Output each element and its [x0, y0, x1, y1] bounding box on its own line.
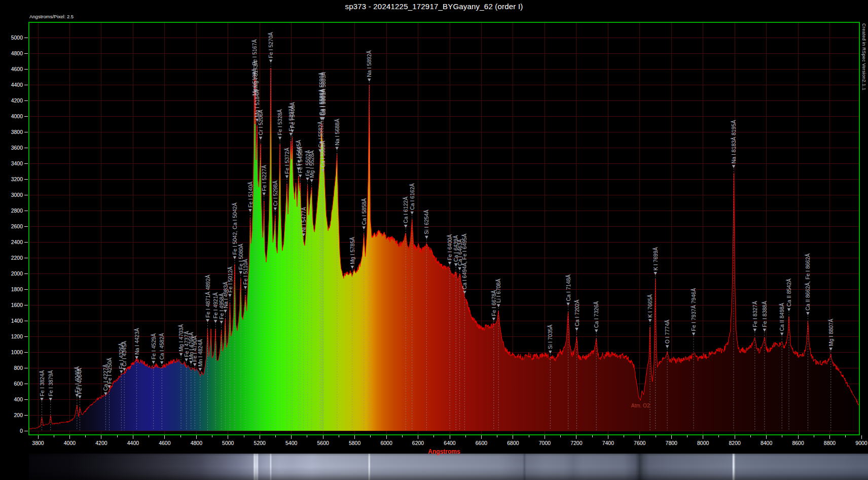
x-tick-label: 7600 — [634, 440, 646, 446]
y-tick-label: 800 — [14, 365, 23, 371]
spectral-line-label: O I 7774Å — [664, 320, 670, 344]
spectral-line-label: Mg I 5785Å — [349, 237, 355, 264]
y-tick-label: 2800 — [11, 208, 23, 214]
x-tick-label: 6200 — [412, 440, 424, 446]
spectral-line-label: Mg I 5173Å — [252, 61, 259, 88]
y-tick-label: 600 — [14, 381, 23, 387]
line-marker-arrow-icon — [763, 329, 766, 332]
line-marker-arrow-icon — [448, 262, 451, 265]
spectral-line-label: Cr I 5298Å — [272, 181, 278, 206]
x-tick-label: 4800 — [191, 440, 203, 446]
spectral-line-label: Fe I 3824Å — [39, 370, 45, 396]
spectral-line-label: Ca I 7202Å — [574, 300, 580, 327]
x-tick-label: 9000 — [855, 440, 867, 446]
spectral-line-label: Fe I 5406Å — [290, 102, 296, 128]
spectral-line-label: Ca I 7148Å — [565, 275, 571, 301]
y-tick-label: 4400 — [11, 82, 23, 88]
y-tick-label: 2200 — [11, 255, 23, 261]
y-tick-label: 3600 — [11, 145, 23, 151]
x-tick-label: 4400 — [127, 440, 139, 446]
spectral-line-label: Fe I 4529Å — [151, 333, 157, 359]
spectral-line-label: Na I 4423Å — [134, 328, 140, 355]
x-tick-label: 6000 — [380, 440, 392, 446]
x-tick-label: 4000 — [64, 440, 76, 446]
spectral-line-label: Fe I 6400Å — [447, 234, 453, 260]
x-tick-label: 5600 — [317, 440, 329, 446]
spectral-line-label: Fe I 5012Å — [227, 266, 233, 292]
spectral-line-label: Ca I 6494Å, Fe I 6495Å — [461, 234, 467, 290]
x-tick-label: 5000 — [222, 440, 234, 446]
x-tick-label: 5800 — [349, 440, 361, 446]
spectral-line-label: Mg I 5528Å — [309, 150, 315, 178]
spectral-line-label: Fe I 5110Å — [242, 259, 248, 285]
x-tick-label: 7800 — [666, 440, 678, 446]
line-marker-arrow-icon — [278, 137, 281, 140]
line-marker-arrow-icon — [666, 345, 669, 348]
line-marker-arrow-icon — [368, 79, 371, 82]
line-marker-arrow-icon — [244, 286, 247, 289]
line-marker-arrow-icon — [566, 303, 569, 306]
spectrum-plot[interactable]: Fe I 3824ÅFe I 3879ÅFe I 4046ÅFe I 4064Å… — [0, 0, 868, 480]
spectral-line-label: Na I 5892Å — [366, 50, 372, 77]
line-marker-arrow-icon — [179, 353, 183, 356]
line-marker-arrow-icon — [458, 267, 461, 270]
line-marker-arrow-icon — [120, 370, 123, 373]
spectral-line-label: Mn I 4824Å — [197, 339, 203, 366]
line-marker-arrow-icon — [123, 368, 126, 371]
x-tick-label: 7400 — [602, 440, 614, 446]
line-marker-arrow-icon — [193, 363, 196, 366]
x-axis-title: Angstroms — [29, 448, 859, 455]
line-marker-arrow-icon — [78, 396, 81, 399]
y-tick-label: 400 — [14, 396, 23, 402]
line-marker-arrow-icon — [228, 294, 231, 297]
x-axis: 3800400042004400460048005000520054005600… — [32, 435, 867, 446]
spectrum-strip-shading — [29, 454, 868, 480]
spectral-line-label: Fe I 5270Å — [268, 32, 274, 58]
rspec-window: sp373 - 20241225_172917_BYGayany_62 (ord… — [0, 0, 868, 480]
line-marker-arrow-icon — [263, 193, 266, 196]
line-marker-arrow-icon — [160, 361, 163, 364]
spectral-line-label: Cr I 5206Å — [258, 110, 264, 135]
spectral-line-label: Fe I 4250Å — [106, 358, 113, 384]
line-marker-arrow-icon — [214, 320, 217, 323]
line-marker-arrow-icon — [363, 226, 366, 229]
y-tick-label: 3400 — [11, 160, 23, 166]
x-tick-label: 8600 — [792, 440, 804, 446]
y-tick-label: 5000 — [11, 35, 23, 41]
line-marker-arrow-icon — [199, 368, 202, 371]
y-tick-label: 1800 — [11, 286, 23, 292]
y-tick-label: 4200 — [11, 97, 23, 104]
spectral-line-label: Fe I 8327Å — [752, 301, 758, 327]
x-tick-label: 6400 — [444, 440, 456, 446]
line-marker-arrow-icon — [692, 333, 695, 336]
y-tick-label: 2600 — [11, 223, 23, 229]
line-marker-arrow-icon — [351, 266, 354, 269]
spectral-line-label: Fe I 4871Å 4892Å — [205, 275, 211, 318]
line-marker-arrow-icon — [753, 329, 756, 332]
spectral-line-label: Ca II 8542Å — [786, 279, 792, 306]
spectral-line-label: Ni I 5477Å — [301, 207, 307, 232]
line-marker-arrow-icon — [787, 308, 790, 311]
line-marker-arrow-icon — [492, 318, 495, 321]
spectral-line-label: Ca I 6122Å — [403, 197, 409, 224]
line-marker-arrow-icon — [269, 60, 272, 63]
spectral-line-label: Li I 6708Å — [495, 279, 501, 302]
y-tick-label: 3000 — [11, 192, 23, 198]
line-marker-arrow-icon — [425, 236, 428, 239]
x-tick-label: 8400 — [761, 440, 773, 446]
line-marker-arrow-icon — [575, 328, 578, 331]
x-tick-label: 4200 — [95, 440, 107, 446]
y-tick-label: 1200 — [11, 333, 23, 339]
spectral-line-label: Fe I 5328Å — [277, 109, 283, 135]
y-tick-label: 3200 — [11, 176, 23, 182]
line-marker-arrow-icon — [411, 212, 414, 215]
spectral-line-label: Ca I 6162Å — [409, 183, 415, 210]
spectral-line-label: Na I 8183Å 8195Å — [731, 120, 737, 163]
line-marker-arrow-icon — [285, 175, 288, 178]
spectral-line-label: Ca I 4582Å — [159, 333, 165, 360]
spectral-line-label: Ca II 8498Å — [779, 303, 785, 331]
line-marker-arrow-icon — [299, 175, 302, 178]
x-tick-label: 3800 — [32, 440, 44, 446]
x-tick-label: 6600 — [476, 440, 488, 446]
x-tick-label: 4600 — [159, 440, 171, 446]
